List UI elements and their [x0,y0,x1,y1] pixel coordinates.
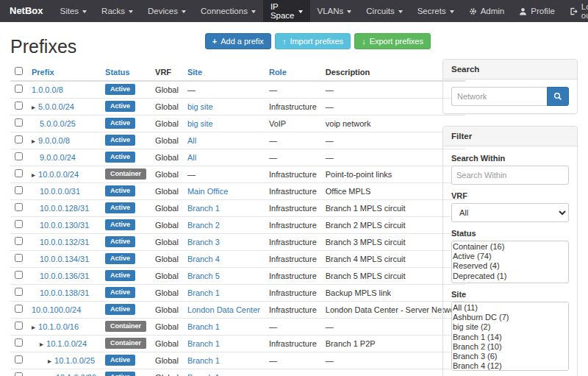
site-link[interactable]: Branch 2 [187,221,220,230]
column-sort-link[interactable]: Site [187,68,202,77]
navbar-brand[interactable]: NetBox [0,0,53,22]
site-link[interactable]: Main Office [187,187,228,196]
prefix-link[interactable]: 10.0.100.0/24 [32,305,81,314]
export-prefixes-button[interactable]: ↓Export prefixes [354,33,431,49]
filter-panel: Filter Search WithinVRFAllStatusContaine… [442,126,578,376]
site-link[interactable]: London Data Center [187,305,260,314]
nav-item-profile[interactable]: Profile [512,0,562,22]
navbar-menu: SitesRacksDevicesConnectionsIP SpaceVLAN… [53,0,462,22]
status-multiselect[interactable]: Container (16)Active (74)Reserved (4)Dep… [451,241,569,283]
nav-item-devices[interactable]: Devices [140,0,193,22]
row-checkbox[interactable] [15,254,23,262]
prefix-link[interactable]: 5.0.0.0/25 [40,119,76,128]
prefix-link[interactable]: 10.0.0.130/31 [40,221,89,230]
prefix-link[interactable]: 9.0.0.0/8 [38,136,70,145]
nav-item-connections[interactable]: Connections [193,0,263,22]
row-checkbox[interactable] [15,305,23,313]
site-link[interactable]: Branch 1 [187,356,220,365]
site-link[interactable]: Branch 1 [187,339,220,348]
filter-option[interactable]: Container (16) [453,242,567,252]
filter-option[interactable]: Branch 4 (12) [453,361,567,371]
filter-option[interactable]: Branch 1 (14) [453,333,567,342]
prefix-link[interactable]: 10.0.0.136/31 [40,272,89,280]
prefix-link[interactable]: 10.0.0.128/31 [40,204,89,213]
search-input[interactable] [451,87,547,106]
prefix-link[interactable]: 9.0.0.0/24 [40,153,76,162]
row-checkbox[interactable] [15,237,23,245]
site-link[interactable]: Branch 1 [187,322,220,331]
column-sort-link[interactable]: Role [269,68,287,77]
row-checkbox[interactable] [15,322,23,330]
expand-arrow-icon: ▸ [32,137,35,145]
row-checkbox[interactable] [15,220,23,228]
filter-option[interactable]: big site (2) [453,322,567,332]
filter-option[interactable]: Reserved (4) [453,261,567,271]
filter-option[interactable]: All (11) [453,303,567,313]
row-checkbox[interactable] [15,85,23,93]
site-link[interactable]: Branch 3 [187,238,220,246]
row-checkbox-cell [10,81,27,98]
site-link[interactable]: All [187,136,196,145]
row-checkbox[interactable] [15,186,23,194]
prefix-link[interactable]: 10.0.0.138/31 [40,288,89,297]
prefix-link[interactable]: 10.0.0.132/31 [40,238,89,246]
role-cell: — [265,81,321,98]
search-within-input[interactable] [451,166,569,185]
status-cell: Active [101,284,151,301]
expand-arrow-icon: ▸ [48,357,51,365]
site-link[interactable]: Branch 4 [187,255,220,263]
site-link[interactable]: big site [187,102,213,111]
site-link[interactable]: Branch 1 [187,288,220,297]
status-badge: Active [105,101,135,112]
prefix-link[interactable]: 10.0.0.0/24 [38,170,79,179]
search-button[interactable] [547,87,569,106]
nav-item-ip-space[interactable]: IP Space [263,0,310,22]
filter-option[interactable]: Deprecated (1) [453,272,567,281]
site-link[interactable]: All [187,153,196,162]
vrf-cell: Global [151,284,183,301]
row-checkbox[interactable] [15,338,23,347]
nav-item-admin[interactable]: Admin [462,0,512,22]
add-prefix-button[interactable]: +Add a prefix [205,33,271,49]
row-checkbox[interactable] [15,355,23,363]
nav-item-racks[interactable]: Racks [94,0,140,22]
vrf-cell: Global [151,335,183,352]
nav-item-circuits[interactable]: Circuits [359,0,409,22]
row-checkbox[interactable] [15,152,23,160]
filter-option[interactable]: Ashburn DC (7) [453,313,567,322]
import-prefixes-button[interactable]: ↑Import prefixes [275,33,351,49]
prefix-link[interactable]: 10.1.0.0/16 [38,322,79,331]
nav-item-secrets[interactable]: Secrets [410,0,462,22]
filter-option[interactable]: Active (74) [453,252,567,261]
vrf-select[interactable]: All [451,203,569,222]
prefix-link[interactable]: 5.0.0.0/24 [38,102,74,111]
site-link[interactable]: Branch 1 [187,373,220,376]
row-checkbox[interactable] [15,135,23,143]
column-sort-link[interactable]: Prefix [32,68,54,77]
nav-item-log-out[interactable]: Log out [562,0,588,22]
prefix-link[interactable]: 1.0.0.0/8 [32,85,63,94]
nav-item-vlans[interactable]: VLANs [310,0,359,22]
site-link[interactable]: big site [187,119,213,128]
row-checkbox[interactable] [15,372,23,376]
prefix-link[interactable]: 10.0.0.134/31 [40,255,89,263]
row-checkbox[interactable] [15,102,23,110]
site-link[interactable]: Branch 5 [187,272,220,280]
row-checkbox[interactable] [15,271,23,279]
row-checkbox[interactable] [15,288,23,296]
site-link[interactable]: Branch 1 [187,204,220,213]
prefix-link[interactable]: 10.1.0.0/26 [56,373,96,376]
select-all-checkbox[interactable] [15,67,23,75]
prefix-link[interactable]: 10.0.0.0/31 [40,187,80,196]
filter-option[interactable]: Branch 3 (6) [453,352,567,361]
prefix-link[interactable]: 10.1.0.0/25 [54,356,95,365]
row-checkbox[interactable] [15,203,23,211]
filter-option[interactable]: Branch 2 (10) [453,342,567,352]
nav-item-label: Secrets [417,7,446,15]
nav-item-sites[interactable]: Sites [53,0,95,22]
row-checkbox[interactable] [15,169,23,177]
prefix-link[interactable]: 10.1.0.0/24 [46,339,87,348]
column-sort-link[interactable]: Status [105,68,130,77]
site-multiselect[interactable]: All (11)Ashburn DC (7)big site (2)Branch… [451,302,569,371]
row-checkbox[interactable] [15,118,23,127]
